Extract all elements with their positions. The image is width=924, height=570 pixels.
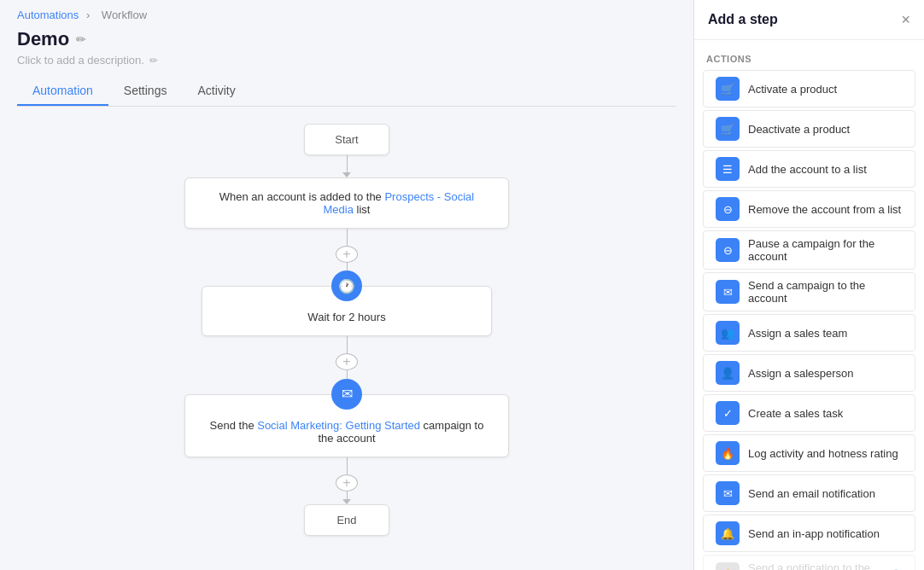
remove-from-list-label: Remove the account from a list — [748, 203, 903, 216]
deactivate-product-label: Deactivate a product — [748, 123, 903, 136]
tab-settings[interactable]: Settings — [108, 77, 183, 106]
remove-from-list-icon: ⊖ — [716, 197, 740, 221]
start-box: Start — [304, 124, 389, 155]
assign-salesperson-icon: 👤 — [716, 361, 740, 385]
panel-body: Actions 🛒 Activate a product 🛒 Deactivat… — [694, 40, 924, 570]
connector-line-3 — [347, 263, 348, 270]
send-campaign-label: Send a campaign to the account — [748, 279, 903, 305]
campaign-icon-circle: ✉ — [331, 379, 362, 410]
assign-sales-team-icon: 👥 — [716, 321, 740, 345]
activate-product-icon: 🛒 — [716, 77, 740, 101]
description-text[interactable]: Click to add a description. — [17, 54, 144, 67]
action-remove-from-list[interactable]: ⊖ Remove the account from a list — [703, 190, 915, 228]
connector-line-1 — [347, 155, 348, 172]
description-row: Click to add a description. ✏ — [17, 54, 676, 67]
edit-title-icon[interactable]: ✏ — [76, 32, 86, 46]
add-to-list-icon: ☰ — [716, 157, 740, 181]
connector-line-5 — [347, 370, 348, 378]
campaign-node: ✉ Send the Social Marketing: Getting Sta… — [184, 379, 509, 474]
page-title: Demo — [17, 28, 69, 50]
close-panel-button[interactable]: × — [901, 12, 910, 27]
actions-section-label: Actions — [694, 49, 924, 67]
add-step-circle-3[interactable]: + — [336, 474, 358, 491]
tabs: Automation Settings Activity — [17, 77, 676, 107]
send-notification-user-label: Send a notification to the user — [748, 561, 880, 570]
tab-activity[interactable]: Activity — [182, 77, 250, 106]
trigger-card[interactable]: When an account is added to the Prospect… — [184, 177, 509, 229]
add-step-circle-1[interactable]: + — [336, 246, 358, 263]
campaign-text-before: Send the — [210, 419, 258, 432]
wait-node: 🕐 Wait for 2 hours — [202, 270, 492, 353]
connector-line-2 — [347, 229, 348, 246]
action-assign-salesperson[interactable]: 👤 Assign a salesperson — [703, 354, 915, 392]
action-log-activity[interactable]: 🔥 Log activity and hotness rating — [703, 434, 915, 472]
send-email-notification-icon: ✉ — [716, 481, 740, 505]
action-send-email-notification[interactable]: ✉ Send an email notification — [703, 474, 915, 512]
action-send-notification-user: 🔔 Send a notification to the user 🔒 — [703, 555, 915, 570]
page-title-row: Demo ✏ — [17, 28, 676, 50]
breadcrumb: Automations › Workflow — [17, 9, 676, 21]
trigger-text-before: When an account is added to the — [219, 190, 385, 203]
action-add-to-list[interactable]: ☰ Add the account to a list — [703, 150, 915, 188]
send-inapp-notification-icon: 🔔 — [716, 521, 740, 545]
workflow-canvas: Start When an account is added to the Pr… — [0, 107, 693, 570]
add-to-list-label: Add the account to a list — [748, 163, 903, 176]
main-area: Automations › Workflow Demo ✏ Click to a… — [0, 0, 693, 570]
connector-line-4 — [347, 336, 348, 353]
send-email-notification-label: Send an email notification — [748, 487, 903, 500]
breadcrumb-separator: › — [86, 9, 90, 21]
assign-sales-team-label: Assign a sales team — [748, 327, 903, 340]
end-box: End — [304, 504, 389, 536]
pause-campaign-label: Pause a campaign for the account — [748, 237, 903, 263]
activate-product-label: Activate a product — [748, 83, 903, 96]
send-inapp-notification-label: Send an in-app notification — [748, 527, 903, 540]
panel-header: Add a step × — [694, 0, 924, 40]
add-step-circle-2[interactable]: + — [336, 353, 358, 370]
pause-campaign-icon: ⊖ — [716, 238, 740, 262]
log-activity-label: Log activity and hotness rating — [748, 447, 903, 460]
right-panel: Add a step × Actions 🛒 Activate a produc… — [693, 0, 924, 570]
action-deactivate-product[interactable]: 🛒 Deactivate a product — [703, 110, 915, 148]
edit-description-icon[interactable]: ✏ — [149, 55, 158, 67]
assign-salesperson-label: Assign a salesperson — [748, 367, 903, 380]
create-sales-task-icon: ✓ — [716, 401, 740, 425]
action-activate-product[interactable]: 🛒 Activate a product — [703, 70, 915, 108]
end-node: End — [304, 504, 389, 536]
log-activity-icon: 🔥 — [716, 441, 740, 465]
trigger-node: When an account is added to the Prospect… — [184, 177, 509, 246]
deactivate-product-icon: 🛒 — [716, 117, 740, 141]
top-bar: Automations › Workflow Demo ✏ Click to a… — [0, 0, 693, 107]
start-node: Start — [304, 124, 389, 177]
breadcrumb-current: Workflow — [102, 9, 147, 21]
connector-line-6 — [347, 457, 348, 474]
action-send-campaign[interactable]: ✉ Send a campaign to the account — [703, 272, 915, 311]
trigger-text-after: list — [354, 203, 371, 216]
campaign-link[interactable]: Social Marketing: Getting Started — [257, 419, 420, 432]
connector-line-7 — [347, 491, 348, 499]
send-notification-user-icon: 🔔 — [716, 562, 740, 570]
action-create-sales-task[interactable]: ✓ Create a sales task — [703, 394, 915, 432]
send-campaign-icon: ✉ — [716, 280, 740, 304]
breadcrumb-automations-link[interactable]: Automations — [17, 9, 79, 21]
tab-automation[interactable]: Automation — [17, 77, 108, 106]
action-pause-campaign[interactable]: ⊖ Pause a campaign for the account — [703, 230, 915, 270]
wait-label: Wait for 2 hours — [307, 311, 385, 323]
action-send-inapp-notification[interactable]: 🔔 Send an in-app notification — [703, 515, 915, 552]
create-sales-task-label: Create a sales task — [748, 407, 903, 420]
action-assign-sales-team[interactable]: 👥 Assign a sales team — [703, 314, 915, 352]
panel-title: Add a step — [708, 12, 778, 27]
